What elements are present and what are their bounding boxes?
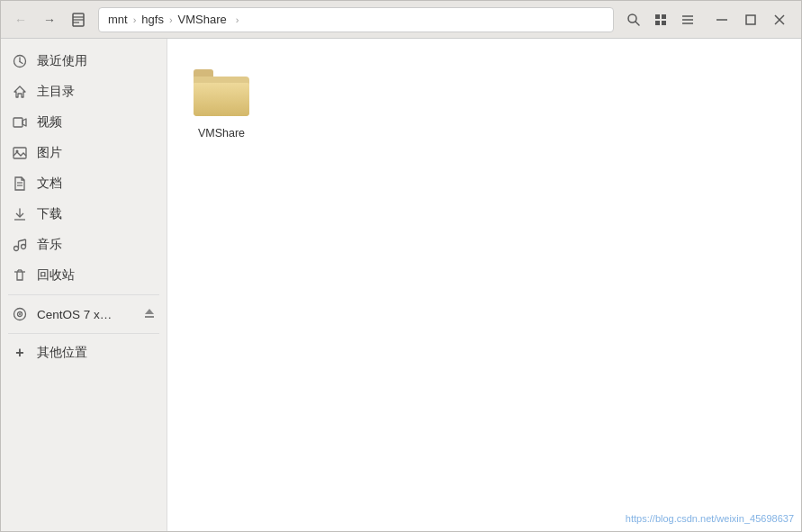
- sidebar-label-trash: 回收站: [37, 267, 156, 284]
- pictures-icon: [12, 145, 28, 161]
- breadcrumb-item-hgfs[interactable]: hgfs: [138, 11, 167, 28]
- view-grid-button[interactable]: [648, 7, 673, 32]
- sidebar-item-trash[interactable]: 回收站: [1, 260, 167, 291]
- bookmark-button[interactable]: [66, 7, 91, 32]
- svg-point-39: [19, 313, 21, 315]
- svg-rect-8: [655, 21, 660, 25]
- sidebar-item-documents[interactable]: 文档: [1, 168, 167, 199]
- sidebar: 最近使用 主目录 视频 图片: [1, 39, 167, 531]
- folder-icon-vmshare: [191, 62, 252, 123]
- minimize-button[interactable]: [707, 7, 736, 32]
- sidebar-item-music[interactable]: 音乐: [1, 230, 167, 260]
- sidebar-divider-2: [8, 333, 159, 334]
- watermark: https://blog.csdn.net/weixin_45698637: [626, 513, 794, 524]
- main-content: 最近使用 主目录 视频 图片: [1, 39, 801, 531]
- breadcrumb-item-mnt[interactable]: mnt: [104, 11, 131, 28]
- bookmark-icon: [71, 13, 86, 27]
- sidebar-label-music: 音乐: [37, 237, 156, 253]
- eject-button[interactable]: [143, 307, 156, 322]
- svg-point-30: [22, 245, 26, 249]
- svg-rect-9: [662, 21, 666, 25]
- file-area[interactable]: VMShare https://blog.csdn.net/weixin_456…: [167, 39, 801, 531]
- breadcrumb-item-vmshare[interactable]: VMShare: [175, 11, 230, 28]
- sidebar-item-recent[interactable]: 最近使用: [1, 46, 167, 77]
- view-menu-button[interactable]: [675, 7, 700, 32]
- other-locations-icon: +: [12, 345, 28, 361]
- svg-line-33: [19, 239, 26, 241]
- svg-rect-21: [14, 118, 23, 127]
- sidebar-divider: [8, 294, 159, 295]
- sidebar-label-video: 视频: [37, 114, 156, 131]
- sidebar-label-downloads: 下载: [37, 206, 156, 222]
- view-menu-icon: [680, 13, 695, 27]
- toolbar-right: [621, 7, 700, 32]
- sidebar-item-downloads[interactable]: 下载: [1, 199, 167, 230]
- svg-rect-14: [746, 15, 755, 24]
- svg-marker-40: [145, 309, 154, 314]
- documents-icon: [12, 176, 28, 192]
- maximize-icon: [745, 14, 756, 25]
- search-icon: [626, 13, 641, 27]
- drive-icon: [12, 306, 28, 322]
- close-icon: [774, 14, 785, 25]
- maximize-button[interactable]: [736, 7, 765, 32]
- music-icon: [12, 237, 28, 253]
- back-button[interactable]: ←: [8, 7, 33, 32]
- sidebar-item-home[interactable]: 主目录: [1, 77, 167, 107]
- home-icon: [12, 84, 28, 100]
- file-name-vmshare: VMShare: [198, 127, 245, 140]
- recent-icon: [12, 53, 28, 69]
- sidebar-item-pictures[interactable]: 图片: [1, 138, 167, 168]
- close-button[interactable]: [765, 7, 794, 32]
- file-manager-window: ← → mnt › hgfs › VMShare ›: [0, 0, 802, 532]
- sidebar-label-centos: CentOS 7 x…: [37, 308, 134, 321]
- downloads-icon: [12, 206, 28, 222]
- toolbar: ← → mnt › hgfs › VMShare ›: [1, 1, 801, 39]
- svg-point-29: [14, 247, 19, 251]
- svg-rect-6: [655, 14, 660, 19]
- svg-rect-41: [145, 316, 154, 318]
- svg-line-19: [20, 62, 23, 64]
- search-button[interactable]: [621, 7, 646, 32]
- breadcrumb: mnt › hgfs › VMShare ›: [98, 7, 614, 32]
- trash-icon: [12, 267, 28, 284]
- breadcrumb-sep-1: ›: [133, 14, 137, 25]
- sidebar-item-centos[interactable]: CentOS 7 x…: [1, 299, 167, 329]
- sidebar-label-documents: 文档: [37, 176, 156, 192]
- sidebar-label-home: 主目录: [37, 84, 156, 100]
- svg-rect-7: [662, 14, 666, 19]
- sidebar-label-recent: 最近使用: [37, 53, 156, 69]
- sidebar-item-other[interactable]: + 其他位置: [1, 338, 167, 368]
- video-icon: [12, 114, 28, 131]
- sidebar-item-video[interactable]: 视频: [1, 107, 167, 138]
- svg-line-5: [635, 22, 639, 25]
- file-grid: VMShare: [185, 57, 783, 145]
- svg-marker-22: [23, 119, 26, 126]
- breadcrumb-sep-2: ›: [169, 14, 173, 25]
- forward-button[interactable]: →: [37, 7, 62, 32]
- sidebar-label-pictures: 图片: [37, 145, 156, 161]
- minimize-icon: [716, 19, 727, 21]
- sidebar-label-other: 其他位置: [37, 345, 156, 361]
- view-grid-icon: [653, 13, 668, 27]
- svg-marker-20: [14, 86, 25, 97]
- file-item-vmshare[interactable]: VMShare: [185, 57, 257, 145]
- window-controls: [707, 7, 794, 32]
- breadcrumb-expand: ›: [236, 14, 239, 25]
